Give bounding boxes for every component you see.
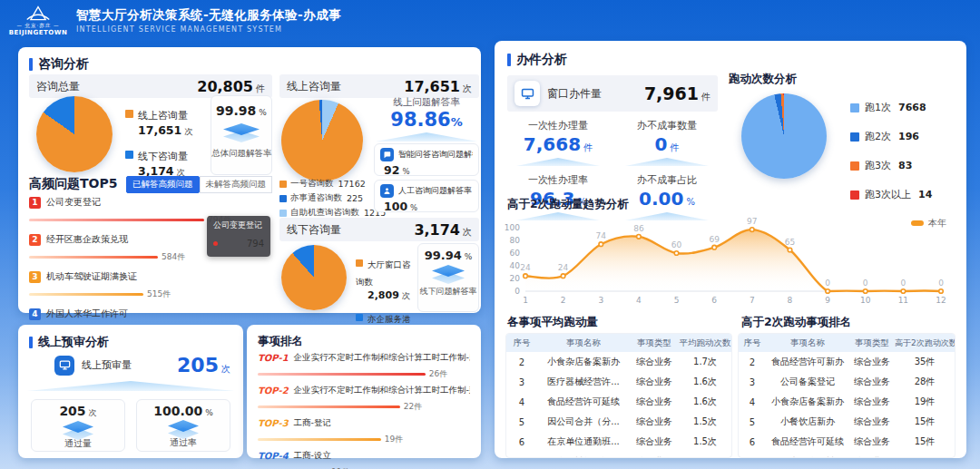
svg-text:24: 24 <box>520 263 531 272</box>
legend-swatch <box>850 191 859 200</box>
legend-value: 2,809 <box>368 289 399 301</box>
table-row[interactable]: 2 小食杂店备案新办 综合业务 1.7次 <box>506 352 731 372</box>
preview-volume-row: 线上预审量 205次 <box>54 354 230 376</box>
tab-unanswered-faq[interactable]: 未解答高频问题 <box>200 176 273 193</box>
total-rate-label: 总体问题解答率 <box>211 148 271 160</box>
faq-item[interactable]: 3 机动车驾驶证期满换证 515件 <box>29 270 272 302</box>
ranking-item-name: 工商-设立 <box>294 450 331 462</box>
legend-name: 跑1次 <box>865 101 891 114</box>
pedestal-shape <box>376 132 477 142</box>
cell-name: 食品经营许可延续 <box>537 396 630 408</box>
ranking-item[interactable]: TOP-2 企业实行不定时工作制和综合计算工时工作制-延续 22件 <box>258 385 470 415</box>
faq-item-count: 515件 <box>147 289 171 298</box>
cell-index: 5 <box>739 417 766 427</box>
total-rate-value: 99.98 <box>216 103 256 118</box>
table-row[interactable]: 3 公司备案登记 综合业务 28件 <box>739 372 955 392</box>
cell-value: 1.6次 <box>679 376 731 388</box>
faq-item-name: 公司变更登记 <box>46 196 101 209</box>
cell-name: 第二类医疗器械... <box>766 455 849 458</box>
offline-value: 3,174 <box>414 221 460 239</box>
legend-name: 跑3次 <box>865 159 891 172</box>
consult-section-header: 咨询分析 <box>29 56 89 73</box>
table-row[interactable]: 4 食品经营许可延续 综合业务 1.6次 <box>506 392 731 412</box>
table-row[interactable]: 7 第二类医疗器械... 综合业务 10件 <box>739 452 955 458</box>
stat-value: 7,668 <box>524 133 581 155</box>
cell-value: 35件 <box>895 356 955 368</box>
svg-text:0: 0 <box>901 278 906 288</box>
table-row[interactable]: 6 在京单位通勤班... 综合业务 1.5次 <box>506 432 731 452</box>
faq-tabs: 已解答高频问题 未解答高频问题 <box>126 176 272 193</box>
cell-name: 小食杂店备案新办 <box>537 356 630 368</box>
table-row[interactable]: 7 医疗器械经营许... 综合业务 1.4次 <box>506 452 731 458</box>
col-header: 事项名称 <box>766 337 849 349</box>
consult-total-label: 咨询总量 <box>36 79 80 94</box>
ranking-item[interactable]: TOP-3 工商-登记 19件 <box>258 417 470 447</box>
tab-answered-faq[interactable]: 已解答高频问题 <box>126 176 200 193</box>
cell-index: 2 <box>739 357 766 367</box>
col-header: 事项名称 <box>537 337 630 349</box>
ranking-item-bar <box>258 405 400 408</box>
cell-type: 综合业务 <box>849 356 895 368</box>
table-scroll-area[interactable]: 2 食品经营许可新办 综合业务 35件 3 公司备案登记 综合业务 28件 4 <box>739 352 955 458</box>
online-unit: 次 <box>463 83 472 93</box>
faq-title: 高频问题TOP5 <box>29 176 117 192</box>
app-subtitle: INTELLIGENT SERVICE MANAGEMENT SYSTEM <box>76 25 341 34</box>
cell-name: 小餐饮店新办 <box>766 415 849 428</box>
cell-type: 综合业务 <box>849 396 895 408</box>
table-row[interactable]: 5 小餐饮店新办 综合业务 15件 <box>739 412 955 432</box>
tooltip-value: 794 <box>247 239 264 249</box>
consult-total-pie <box>36 96 113 172</box>
cell-type: 综合业务 <box>630 415 679 428</box>
tooltip-dot <box>213 241 218 246</box>
cell-index: 2 <box>506 357 537 367</box>
top-rank-label: TOP-2 <box>258 386 289 396</box>
section-accent-bar <box>29 58 33 71</box>
legend-swatch <box>850 103 859 112</box>
cell-index: 6 <box>739 437 766 447</box>
legend-swatch <box>125 151 133 159</box>
table-row[interactable]: 6 食品经营许可延续 综合业务 15件 <box>739 432 955 452</box>
ranking-item-name: 工商-登记 <box>294 417 331 429</box>
offline-rate-label: 线下问题解答率 <box>418 286 478 298</box>
svg-text:9: 9 <box>825 296 830 305</box>
pedestal-shape <box>27 381 234 391</box>
cell-name: 因公司合并（分... <box>537 415 630 428</box>
ranking-item[interactable]: TOP-1 企业实行不定时工作制和综合计算工时工作制-新办 26件 <box>258 352 470 382</box>
offline-rate-unit: % <box>465 252 473 261</box>
total-rate-unit: % <box>259 108 267 117</box>
cell-index: 3 <box>506 377 537 387</box>
online-rate-block: 线上问题解答率 98.86% <box>374 96 479 142</box>
cell-type: 综合业务 <box>849 376 895 388</box>
table-row[interactable]: 4 小食杂店备案新办 综合业务 19件 <box>739 392 955 412</box>
ranking-item[interactable]: TOP-4 工商-设立 11件 <box>258 450 470 469</box>
faq-item-count: 584件 <box>162 252 185 261</box>
top-rank-label: TOP-3 <box>258 418 289 428</box>
robot-chat-icon <box>380 148 394 161</box>
table-row[interactable]: 5 因公司合并（分... 综合业务 1.5次 <box>506 412 731 432</box>
cell-value: 1.4次 <box>679 455 731 458</box>
faq-item-bar <box>29 293 143 296</box>
logo-mountain-icon <box>23 5 54 22</box>
table-row[interactable]: 2 食品经营许可新办 综合业务 35件 <box>739 352 955 372</box>
case-stat: 一次性办理量 7,668件 <box>507 119 609 166</box>
stat-label: 一次性办理量 <box>507 119 609 132</box>
preview-section-title: 线上预审分析 <box>38 334 109 350</box>
cell-value: 15件 <box>895 415 955 428</box>
offline-label: 线下咨询量 <box>287 222 341 238</box>
online-header: 线上咨询量 17,651次 <box>279 74 479 98</box>
svg-text:6: 6 <box>711 296 717 305</box>
svg-text:10: 10 <box>860 296 871 305</box>
table-scroll-area[interactable]: 2 小食杂店备案新办 综合业务 1.7次 3 医疗器械经营许... 综合业务 1… <box>506 352 731 458</box>
table-row[interactable]: 3 医疗器械经营许... 综合业务 1.6次 <box>506 372 731 392</box>
cell-value: 1.5次 <box>679 415 731 428</box>
svg-text:4: 4 <box>636 296 642 305</box>
cell-type: 综合业务 <box>849 455 895 458</box>
online-value: 17,651 <box>404 78 460 95</box>
app-header: — 北京·亦庄 — BEIJINGETOWN 智慧大厅分析决策系统-无缝化服务体… <box>0 0 980 41</box>
cell-type: 综合业务 <box>630 455 679 458</box>
person-icon <box>380 184 394 198</box>
cell-type: 综合业务 <box>630 396 679 408</box>
legend-swatch <box>279 181 287 188</box>
stat-label: 办不成事占比 <box>616 173 718 187</box>
svg-text:100: 100 <box>505 223 520 232</box>
